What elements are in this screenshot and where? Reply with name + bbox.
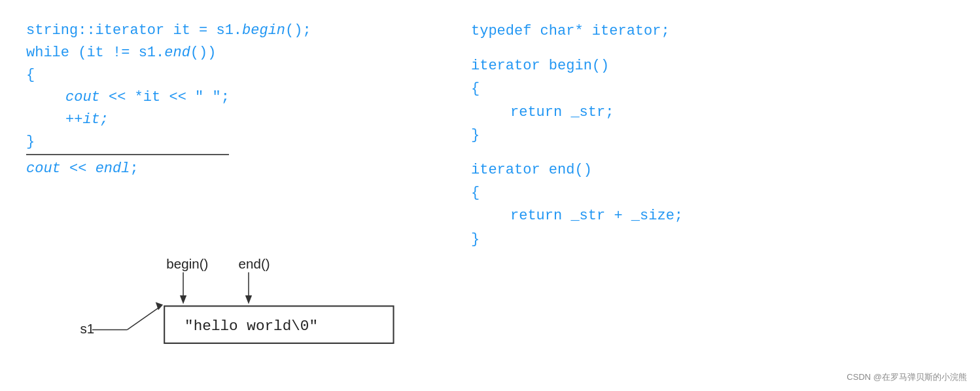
- string-value: "hello world\0": [184, 318, 318, 335]
- diagram-svg: begin() end() "hello world\0" s1: [65, 253, 432, 365]
- code-line6-text: }: [26, 134, 35, 150]
- end-close-line: }: [471, 228, 954, 251]
- end-decl-line: iterator end(): [471, 158, 954, 181]
- left-panel: string::iterator it = s1.begin(); while …: [26, 13, 432, 378]
- blank1: [471, 43, 954, 54]
- typedef-text: typedef char* iterator;: [471, 23, 670, 39]
- s1-line-diag: [128, 306, 162, 329]
- end-italic: end: [164, 45, 190, 61]
- begin-arrow-head: [180, 295, 186, 304]
- begin-open-line: {: [471, 77, 954, 100]
- code-line4-cout: cout: [65, 89, 100, 105]
- begin-open-text: {: [471, 81, 480, 97]
- code-line7-op: <<: [61, 160, 96, 177]
- code-line-1: string::iterator it = s1.begin();: [26, 20, 432, 42]
- end-label: end(): [239, 256, 270, 271]
- end-body-text: return _str + _size;: [510, 208, 683, 224]
- code-line-6: }: [26, 131, 432, 153]
- end-open-line: {: [471, 181, 954, 204]
- code-line1-text: string::iterator it = s1.begin();: [26, 22, 311, 39]
- code-line3-text: {: [26, 67, 35, 83]
- begin-italic: begin: [242, 22, 285, 39]
- typedef-line: typedef char* iterator;: [471, 20, 954, 43]
- code-line-7: cout << endl;: [26, 158, 432, 180]
- code-line5-text: ++it;: [65, 111, 109, 128]
- code-line7-endl: endl: [96, 160, 130, 177]
- end-open-text: {: [471, 185, 480, 201]
- code-line2-text: while (it != s1.end()): [26, 45, 216, 61]
- code-line7-semi: ;: [130, 160, 138, 177]
- code-line-4: cout << *it << " ";: [26, 86, 432, 109]
- code-line-5: ++it;: [26, 109, 432, 131]
- code-block-right: typedef char* iterator; iterator begin()…: [471, 20, 954, 251]
- begin-decl-line: iterator begin(): [471, 54, 954, 77]
- code-line-3: {: [26, 64, 432, 86]
- code-line7-cout: cout: [26, 160, 61, 177]
- end-close-text: }: [471, 231, 480, 248]
- watermark: CSDN @在罗马弹贝斯的小浣熊: [847, 371, 967, 383]
- begin-decl-text: iterator begin(): [471, 58, 609, 74]
- end-arrow-head: [245, 295, 252, 304]
- main-container: string::iterator it = s1.begin(); while …: [0, 0, 980, 391]
- end-body-line: return _str + _size;: [510, 204, 954, 227]
- begin-body-line: return _str;: [510, 101, 954, 124]
- s1-label: s1: [80, 321, 94, 336]
- code-separator: [26, 154, 229, 155]
- begin-label: begin(): [166, 256, 208, 271]
- begin-close-line: }: [471, 124, 954, 147]
- code-line4-rest: << *it << " ";: [100, 89, 230, 105]
- diagram: begin() end() "hello world\0" s1: [65, 253, 432, 365]
- begin-close-text: }: [471, 127, 480, 143]
- blank2: [471, 147, 954, 158]
- begin-body-text: return _str;: [510, 104, 614, 121]
- code-block-left: string::iterator it = s1.begin(); while …: [26, 20, 432, 180]
- end-decl-text: iterator end(): [471, 162, 592, 178]
- code-line-2: while (it != s1.end()): [26, 42, 432, 64]
- right-panel: typedef char* iterator; iterator begin()…: [432, 13, 954, 378]
